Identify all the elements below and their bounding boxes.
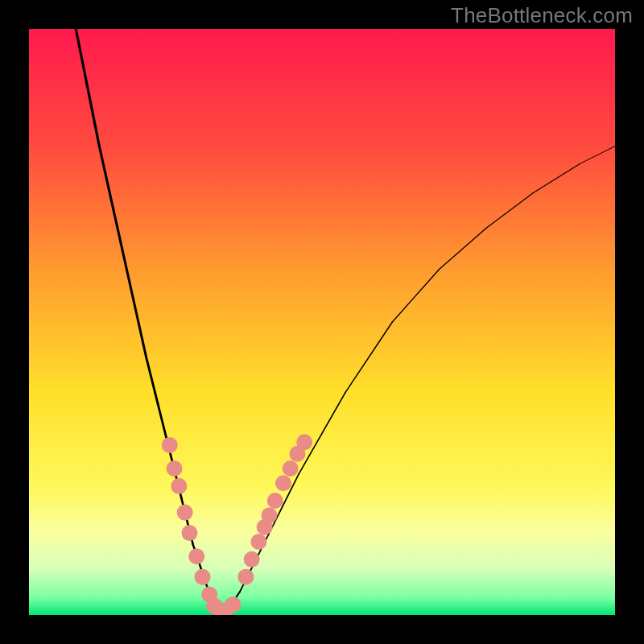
data-marker bbox=[162, 437, 178, 453]
data-marker bbox=[181, 525, 197, 541]
data-marker bbox=[261, 507, 277, 523]
chart-frame: TheBottleneck.com bbox=[0, 0, 644, 644]
data-marker bbox=[244, 551, 260, 568]
data-marker bbox=[225, 597, 241, 613]
plot-background bbox=[29, 29, 615, 615]
data-marker bbox=[167, 460, 183, 477]
data-marker bbox=[188, 548, 204, 564]
watermark-text: TheBottleneck.com bbox=[451, 3, 633, 28]
data-marker bbox=[171, 478, 187, 494]
chart-svg bbox=[0, 0, 644, 644]
data-marker bbox=[283, 460, 299, 477]
data-marker bbox=[177, 505, 193, 521]
data-marker bbox=[275, 475, 291, 491]
data-marker bbox=[194, 569, 210, 585]
data-marker bbox=[250, 534, 266, 550]
data-marker bbox=[267, 493, 283, 509]
data-marker bbox=[237, 569, 254, 585]
data-marker bbox=[296, 434, 312, 450]
